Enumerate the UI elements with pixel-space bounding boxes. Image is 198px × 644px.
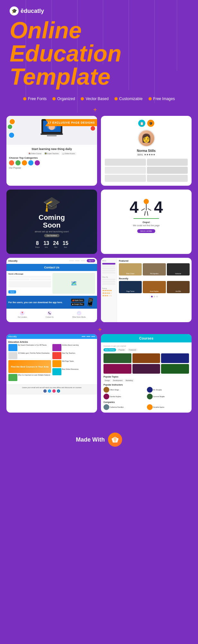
popular-text: Our Popular	[9, 167, 94, 169]
location-label: Our Location	[18, 316, 27, 318]
feature-free-fonts: Free Fonts	[23, 97, 47, 101]
tab-featured[interactable]: Featured	[127, 348, 138, 351]
hero-landing-preview: 17 EXCLUSIVE PAGE DESIGNS	[6, 116, 97, 186]
feature-label: Free Fonts	[28, 97, 47, 101]
featured-label: Featured	[119, 260, 190, 262]
email-contact-icon: ✉️	[77, 311, 81, 315]
hero-title-line3: Template	[10, 65, 122, 88]
feature-customizable: Customizable	[114, 97, 143, 101]
notify-btn[interactable]: Get Notified	[44, 234, 59, 237]
phone-label: Contact Us	[46, 316, 54, 318]
blog-page-preview: ēducatly Education Articles My Search De…	[6, 334, 97, 413]
blog-brand: ēducatly	[8, 335, 17, 338]
error-message: Oops!	[142, 221, 150, 224]
feature-dot	[52, 97, 56, 100]
coming-soon-sub: almost set up and launching soon!	[35, 230, 69, 233]
exclusive-banner: 17 EXCLUSIVE PAGE DESIGNS	[45, 119, 97, 126]
feature-label: Customizable	[119, 97, 143, 101]
back-home-btn[interactable]: BACK HOME	[137, 229, 155, 233]
linkedin-icon[interactable]: in	[57, 389, 60, 393]
countdown-hrs-label: Hrs	[45, 246, 48, 248]
tab-best-selling[interactable]: Best Selling	[104, 348, 116, 351]
coming-soon-preview: 🎓 Coming Soon almost set up and launchin…	[6, 190, 97, 254]
categories-title: Choose Top Categories	[9, 156, 94, 159]
profile-name: Norma Stills	[137, 149, 156, 153]
courses-header: Courses	[101, 334, 192, 342]
countdown-sec-label: Sec	[64, 246, 67, 248]
location-icon: 📍	[20, 311, 24, 315]
phone-icon: 📱	[85, 297, 96, 308]
countdown-sec: 15	[63, 240, 68, 246]
feature-organized: Organized	[52, 97, 75, 101]
feature-label: Vector Based	[86, 97, 108, 101]
countdown-min: 24	[53, 240, 59, 246]
facebook-icon[interactable]: f	[43, 389, 47, 393]
logo-text: ēducatly	[21, 8, 44, 14]
feature-dot	[148, 97, 152, 100]
tagline: Start learning new thing daily	[9, 147, 94, 151]
countdown-days-label: Days	[35, 246, 40, 248]
coming-soon-line1: Coming	[39, 214, 65, 221]
error-4-left: 4	[130, 199, 139, 215]
logo-icon: 🎓	[10, 6, 19, 15]
header-section: 🎓 ēducatly Online Education Template	[0, 0, 198, 91]
contact-brand: ēducatly	[8, 260, 17, 262]
tab-popular[interactable]: Popular	[117, 348, 126, 351]
features-row: Free Fonts Organized Vector Based Custom…	[0, 91, 198, 106]
preview-section: 17 EXCLUSIVE PAGE DESIGNS	[0, 113, 198, 420]
grad-cap-icon: 🎓	[43, 195, 61, 212]
hero-title-line1: Online	[10, 19, 122, 42]
send-btn[interactable]: Send	[8, 290, 16, 294]
logo: 🎓 ēducatly	[10, 6, 44, 15]
twitter-icon[interactable]: t	[48, 389, 51, 393]
email-label: Write Some Words	[72, 316, 86, 318]
error-4-right: 4	[154, 199, 163, 215]
instructor-grid-preview: Menu Filter By Rating ★★★★★ ★★★★☆ ★★★☆☆	[101, 258, 192, 322]
contact-nav-btn[interactable]: Sign In	[87, 259, 95, 262]
blog-footer-text: Leave your email and we will send you ne…	[8, 387, 95, 388]
feature-vector: Vector Based	[81, 97, 108, 101]
profile-price: $891 ★★★★★	[137, 153, 155, 156]
error-sub: We could not find the page	[133, 224, 159, 227]
recently-label: Recently	[119, 277, 190, 280]
instructor-profile-preview: 📋 🎓 👩 Norma Stills $891 ★★★★★	[101, 116, 192, 186]
feature-label: Organized	[57, 97, 75, 101]
countdown-hrs: 13	[43, 240, 49, 246]
countdown-min-label: Min	[54, 246, 58, 248]
feature-dot	[23, 97, 26, 100]
feature-dot	[81, 97, 84, 100]
countdown-days: 8	[36, 240, 39, 246]
feature-label: Free Images	[153, 97, 175, 101]
error-page-preview: 4	[101, 190, 192, 254]
courses-page-preview: Courses Courses to get you started Best …	[101, 334, 192, 413]
hero-title: Online Education Template	[10, 19, 122, 88]
contact-page-preview: ēducatly Sign In Contact Us Send a Messa…	[6, 258, 97, 322]
apple-store-btn[interactable]: 🍎 Apple Store	[71, 299, 84, 302]
coming-soon-line2: Soon	[39, 221, 65, 229]
instagram-icon[interactable]: i	[52, 389, 56, 393]
sketch-icon	[108, 433, 122, 447]
google-play-btn[interactable]: ▶ Google Play	[71, 303, 84, 306]
phone-contact-icon: 📞	[47, 311, 52, 315]
feature-images: Free Images	[148, 97, 175, 101]
made-with-text: Made With	[76, 436, 105, 443]
contact-title: Contact Us	[6, 264, 97, 271]
hero-title-line2: Education	[10, 42, 122, 65]
made-with-section: Made With	[0, 423, 198, 456]
education-articles-title: Education Articles	[8, 341, 95, 343]
app-download-text: For the users, you can can download the …	[8, 301, 70, 304]
feature-dot	[114, 97, 118, 100]
